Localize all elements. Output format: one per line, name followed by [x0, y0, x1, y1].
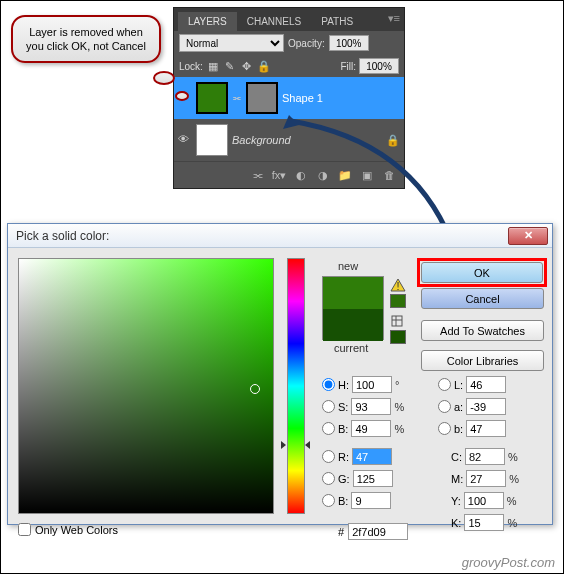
close-button[interactable]: ✕: [508, 227, 548, 245]
new-layer-icon[interactable]: ▣: [357, 167, 377, 183]
field-k: K: %: [451, 514, 521, 531]
input-hex[interactable]: [348, 523, 408, 540]
color-cursor[interactable]: [250, 384, 260, 394]
input-a[interactable]: [466, 398, 506, 415]
radio-bb[interactable]: [322, 494, 335, 507]
opacity-input[interactable]: [329, 35, 369, 51]
panel-top-row: Normal Opacity:: [174, 31, 404, 55]
hex-field: #: [338, 523, 408, 540]
new-color[interactable]: [323, 277, 383, 309]
ok-highlight: OK: [417, 258, 547, 287]
panel-tabs: LAYERS CHANNELS PATHS: [174, 8, 404, 31]
cancel-button[interactable]: Cancel: [421, 288, 544, 309]
field-s: S: %: [322, 398, 408, 415]
visibility-icon[interactable]: 👁: [178, 133, 192, 147]
radio-b[interactable]: [322, 422, 335, 435]
layer-name: Shape 1: [282, 92, 323, 104]
titlebar[interactable]: Pick a solid color: ✕: [8, 224, 552, 248]
callout-tail: [175, 91, 189, 101]
lock-position-icon[interactable]: ✥: [240, 59, 254, 73]
current-color[interactable]: [323, 309, 383, 341]
radio-r[interactable]: [322, 450, 335, 463]
fill-input[interactable]: [359, 58, 399, 74]
color-picker-dialog: Pick a solid color: ✕ new current ! OK C…: [7, 223, 553, 525]
layer-row-background[interactable]: 👁 Background 🔒: [174, 119, 404, 161]
input-s[interactable]: [351, 398, 391, 415]
field-r: R:: [322, 448, 392, 465]
only-web-colors: Only Web Colors: [18, 523, 118, 536]
annotation-callout: Layer is removed when you click OK, not …: [11, 15, 161, 63]
field-a: a:: [438, 398, 506, 415]
input-bb2[interactable]: [466, 420, 506, 437]
svg-rect-3: [392, 316, 402, 326]
field-m: M: %: [451, 470, 523, 487]
radio-l[interactable]: [438, 378, 451, 391]
input-b[interactable]: [351, 420, 391, 437]
lock-row: Lock: ▦ ✎ ✥ 🔒 Fill:: [174, 55, 404, 77]
hue-strip[interactable]: [287, 258, 305, 514]
only-web-checkbox[interactable]: [18, 523, 31, 536]
input-c[interactable]: [465, 448, 505, 465]
tab-layers[interactable]: LAYERS: [178, 12, 237, 31]
layer-row-shape1[interactable]: 👁 ⫘ Shape 1: [174, 77, 404, 119]
blend-mode-select[interactable]: Normal: [179, 34, 284, 52]
callout-tail: [153, 71, 175, 85]
input-r[interactable]: [352, 448, 392, 465]
input-g[interactable]: [353, 470, 393, 487]
input-m[interactable]: [466, 470, 506, 487]
panel-menu-icon[interactable]: ▾≡: [388, 12, 400, 25]
lock-transparency-icon[interactable]: ▦: [206, 59, 220, 73]
ok-button[interactable]: OK: [421, 262, 543, 283]
field-g: G:: [322, 470, 393, 487]
delete-layer-icon[interactable]: 🗑: [379, 167, 399, 183]
radio-s[interactable]: [322, 400, 335, 413]
color-field[interactable]: [18, 258, 274, 514]
tab-channels[interactable]: CHANNELS: [237, 12, 311, 31]
field-h: H: °: [322, 376, 409, 393]
field-bb2: b:: [438, 420, 506, 437]
color-libraries-button[interactable]: Color Libraries: [421, 350, 544, 371]
radio-h[interactable]: [322, 378, 335, 391]
color-preview: [322, 276, 384, 340]
radio-bb2[interactable]: [438, 422, 451, 435]
hue-marker[interactable]: [281, 441, 286, 449]
gamut-safe-swatch[interactable]: [390, 294, 406, 308]
dialog-body: new current ! OK Cancel Add To Swatches …: [8, 248, 552, 524]
layer-color-thumb[interactable]: [196, 82, 228, 114]
panel-footer: ⫘ fx▾ ◐ ◑ 📁 ▣ 🗑: [174, 161, 404, 188]
adjustment-layer-icon[interactable]: ◑: [313, 167, 333, 183]
callout-text: Layer is removed when you click OK, not …: [26, 26, 146, 52]
input-y[interactable]: [464, 492, 504, 509]
link-layers-icon[interactable]: ⫘: [247, 167, 267, 183]
radio-g[interactable]: [322, 472, 335, 485]
new-label: new: [338, 260, 358, 272]
hue-marker[interactable]: [305, 441, 310, 449]
layer-mask-thumb[interactable]: [246, 82, 278, 114]
layer-list: 👁 ⫘ Shape 1 👁 Background 🔒: [174, 77, 404, 161]
radio-a[interactable]: [438, 400, 451, 413]
lock-all-icon[interactable]: 🔒: [257, 59, 271, 73]
layer-style-icon[interactable]: fx▾: [269, 167, 289, 183]
layers-panel: ▾≡ LAYERS CHANNELS PATHS Normal Opacity:…: [173, 7, 405, 189]
websafe-swatch[interactable]: [390, 330, 406, 344]
lock-image-icon[interactable]: ✎: [223, 59, 237, 73]
input-h[interactable]: [352, 376, 392, 393]
layer-name: Background: [232, 134, 291, 146]
dialog-title: Pick a solid color:: [16, 229, 508, 243]
lock-indicator-icon: 🔒: [386, 134, 400, 147]
input-l[interactable]: [466, 376, 506, 393]
layer-group-icon[interactable]: 📁: [335, 167, 355, 183]
fill-label: Fill:: [340, 61, 356, 72]
tab-paths[interactable]: PATHS: [311, 12, 363, 31]
input-k[interactable]: [464, 514, 504, 531]
link-icon[interactable]: ⫘: [232, 93, 242, 103]
layer-mask-icon[interactable]: ◐: [291, 167, 311, 183]
field-c: C: %: [451, 448, 522, 465]
lock-label: Lock:: [179, 61, 203, 72]
input-bb[interactable]: [351, 492, 391, 509]
field-y: Y: %: [451, 492, 521, 509]
gamut-warning-icon[interactable]: !: [390, 278, 406, 292]
websafe-warning-icon[interactable]: [390, 314, 406, 328]
current-label: current: [334, 342, 368, 354]
add-swatches-button[interactable]: Add To Swatches: [421, 320, 544, 341]
